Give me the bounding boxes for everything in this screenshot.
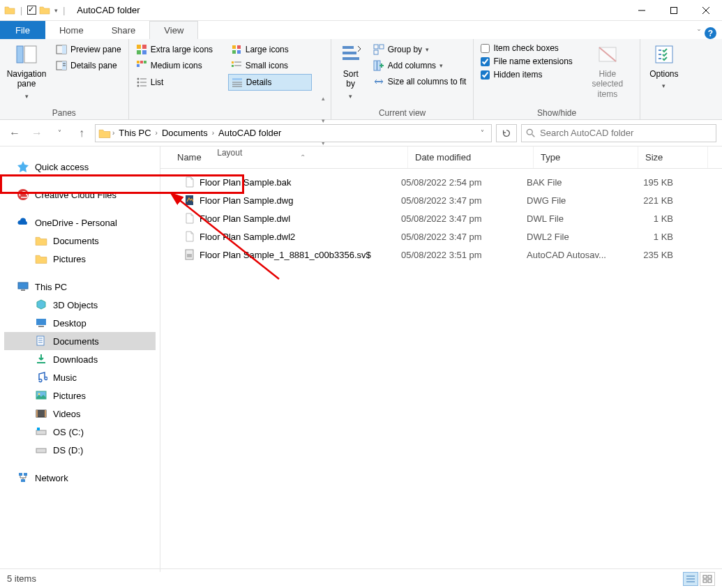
forward-button[interactable]: → [28,124,46,142]
qat-check-icon[interactable] [27,6,36,15]
close-button[interactable] [690,0,722,21]
recent-dropdown[interactable]: ˅ [50,124,68,142]
size-columns-button[interactable]: Size all columns to fit [370,74,469,89]
small-icon [231,60,242,71]
ribbon-group-options: Options [640,39,688,119]
sidebar-onedrive-documents[interactable]: Documents [4,232,156,250]
share-tab[interactable]: Share [98,21,150,39]
file-date: 05/08/2022 3:51 pm [394,250,520,260]
file-row[interactable]: Floor Plan Sample.dwg05/08/2022 3:47 pmD… [160,191,722,209]
sidebar-this-pc[interactable]: This PC [4,278,156,296]
file-date: 05/08/2022 3:47 pm [394,195,520,206]
breadcrumb-documents[interactable]: Documents [159,128,211,138]
svg-rect-7 [62,45,66,54]
sidebar-quick-access[interactable]: Quick access [4,158,156,176]
item-check-boxes-toggle[interactable]: Item check boxes [478,42,575,54]
file-row[interactable]: Floor Plan Sample.dwl05/08/2022 3:47 pmD… [160,209,722,227]
preview-pane-button[interactable]: Preview pane [53,42,124,57]
thumbnails-view-button[interactable] [700,572,715,573]
search-icon [526,128,536,138]
chevron-right-icon[interactable]: › [156,129,158,137]
col-size-header[interactable]: Size [638,146,708,168]
address-dropdown[interactable]: ˅ [481,129,484,137]
view-medium-button[interactable]: Medium icons [133,58,227,73]
group-by-button[interactable]: Group by [370,42,469,57]
details-view-button[interactable] [683,572,698,573]
sidebar-documents[interactable]: Documents [4,332,156,350]
navigation-pane-button[interactable]: Navigation pane [4,42,49,103]
view-small-button[interactable]: Small icons [228,58,312,73]
details-icon [232,77,243,88]
options-label: Options [649,69,678,79]
file-row[interactable]: Floor Plan Sample.dwl205/08/2022 3:47 pm… [160,227,722,246]
divider: | [20,6,22,15]
ribbon-collapse[interactable]: ˇ [698,29,700,38]
add-columns-button[interactable]: Add columns [370,58,469,73]
star-icon [17,160,29,173]
sidebar-onedrive[interactable]: OneDrive - Personal [4,213,156,232]
breadcrumb-bar[interactable]: › This PC › Documents › AutoCAD folder ˅ [95,124,492,142]
search-box[interactable] [521,124,716,142]
chevron-right-icon[interactable]: › [112,129,114,137]
sidebar-network[interactable]: Network [4,469,156,487]
svg-rect-21 [140,61,143,63]
maximize-button[interactable] [658,0,690,21]
file-tab[interactable]: File [0,21,45,39]
qat-dropdown[interactable]: ▾ [54,7,58,14]
pc-icon [17,280,29,293]
col-date-header[interactable]: Date modified [408,146,534,168]
file-name-extensions-toggle[interactable]: File name extensions [478,55,575,68]
home-tab[interactable]: Home [45,21,98,39]
search-input[interactable] [540,128,712,138]
col-type-header[interactable]: Type [534,146,638,168]
current-view-group-label: Current view [336,107,469,119]
svg-rect-56 [21,289,25,291]
layout-scroll-down[interactable]: ▾ [322,117,325,124]
sidebar-ds-d[interactable]: DS (D:) [4,441,156,459]
medium-icon [136,60,147,71]
svg-rect-38 [343,46,354,49]
sidebar-3d-objects[interactable]: 3D Objects [4,296,156,314]
add-cols-icon [373,60,384,71]
sort-by-button[interactable]: Sort by [336,42,366,103]
svg-rect-14 [137,50,141,54]
sidebar-videos[interactable]: Videos [4,405,156,423]
minimize-button[interactable] [626,0,658,21]
sidebar-music[interactable]: Music [4,368,156,386]
col-name-header[interactable]: Name⌃ [160,146,408,168]
file-row[interactable]: Floor Plan Sample.bak05/08/2022 2:54 pmB… [160,173,722,191]
layout-scroll-up[interactable]: ▴ [322,95,325,102]
view-large-button[interactable]: Large icons [228,42,312,57]
sidebar-downloads[interactable]: Downloads [4,350,156,368]
sidebar-creative-cloud[interactable]: Creative Cloud Files [4,186,156,204]
svg-rect-16 [232,45,236,49]
view-xlarge-button[interactable]: Extra large icons [133,42,227,57]
folder-icon-qat[interactable] [39,6,50,15]
up-button[interactable]: ↑ [73,124,91,142]
creative-cloud-icon [17,188,29,201]
options-button[interactable]: Options [645,42,684,92]
nav-pane-label: Navigation pane [7,69,47,89]
sidebar-onedrive-pictures[interactable]: Pictures [4,250,156,268]
sidebar-desktop[interactable]: Desktop [4,314,156,332]
back-button[interactable]: ← [6,124,24,142]
view-list-button[interactable]: List [133,74,227,91]
window-controls [626,0,722,21]
statusbar: 5 items [0,568,722,572]
sidebar-os-c[interactable]: OS (C:) [4,423,156,441]
breadcrumb-current[interactable]: AutoCAD folder [216,128,284,138]
sidebar-pictures[interactable]: Pictures [4,386,156,405]
refresh-button[interactable] [496,124,517,142]
view-details-button[interactable]: Details [228,74,312,91]
preview-pane-icon [56,44,67,55]
hidden-items-toggle[interactable]: Hidden items [478,68,575,81]
file-row[interactable]: Floor Plan Sample_1_8881_c00b3356.sv$05/… [160,246,722,264]
help-button[interactable]: ? [705,27,716,39]
details-pane-button[interactable]: Details pane [53,58,124,73]
view-tab[interactable]: View [149,21,198,39]
chevron-right-icon[interactable]: › [212,129,214,137]
svg-rect-58 [38,326,44,327]
hide-selected-button[interactable]: Hide selected items [580,42,635,101]
svg-rect-73 [24,473,27,476]
breadcrumb-this-pc[interactable]: This PC [116,128,153,138]
